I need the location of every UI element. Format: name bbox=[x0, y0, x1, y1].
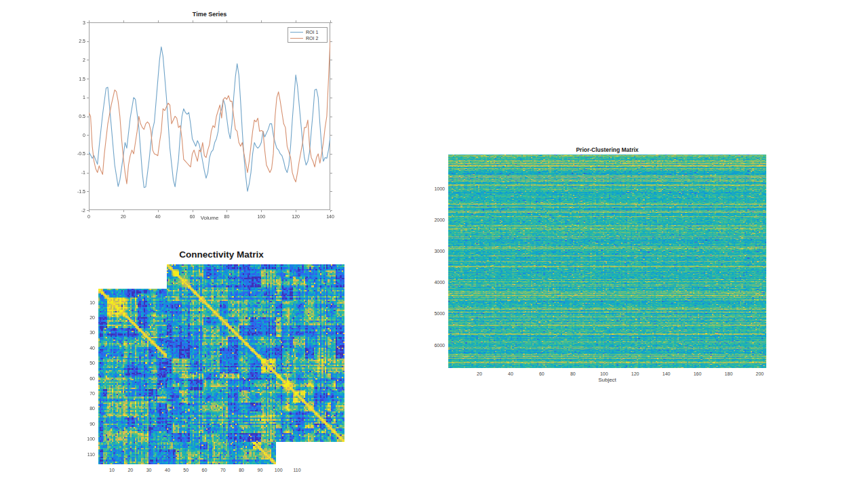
y-tick-label: 110 bbox=[68, 451, 95, 458]
x-tick-label: 60 bbox=[528, 371, 555, 377]
prior-clustering-xlabel: Subject bbox=[448, 377, 766, 383]
y-tick-label: 90 bbox=[68, 421, 95, 427]
legend-label-roi1: ROI 1 bbox=[306, 30, 318, 35]
y-tick-label: 50 bbox=[68, 360, 95, 366]
connectivity-title: Connectivity Matrix bbox=[98, 249, 344, 260]
y-tick-label: 0 bbox=[58, 132, 85, 138]
y-tick-label: 1 bbox=[58, 94, 85, 100]
legend-label-roi2: ROI 2 bbox=[306, 36, 318, 41]
legend-item-roi1: ROI 1 bbox=[290, 29, 325, 35]
x-tick-label: 40 bbox=[497, 371, 524, 377]
y-tick-label: 100 bbox=[68, 436, 95, 442]
y-tick-label: 0.5 bbox=[58, 113, 85, 119]
x-tick-label: 20 bbox=[466, 371, 493, 377]
x-tick-label: 120 bbox=[622, 371, 649, 377]
y-tick-label: -0.5 bbox=[58, 150, 85, 157]
y-tick-label: 4000 bbox=[418, 279, 445, 285]
y-tick-label: 40 bbox=[68, 345, 95, 351]
y-tick-label: -1 bbox=[58, 169, 85, 176]
y-tick-label: 5000 bbox=[418, 310, 445, 317]
y-tick-label: 2.5 bbox=[58, 38, 85, 44]
y-tick-label: 2 bbox=[58, 57, 85, 63]
y-tick-label: -2 bbox=[58, 207, 85, 214]
time-series-xlabel: Volume bbox=[89, 215, 330, 221]
y-tick-label: 20 bbox=[68, 314, 95, 321]
x-tick-label: 180 bbox=[715, 371, 742, 377]
y-tick-label: 30 bbox=[68, 329, 95, 336]
legend-item-roi2: ROI 2 bbox=[290, 35, 325, 41]
y-tick-label: 1000 bbox=[418, 186, 445, 192]
y-tick-label: 10 bbox=[68, 300, 95, 306]
roi2-line-swatch bbox=[290, 38, 303, 39]
y-tick-label: 70 bbox=[68, 390, 95, 396]
figure-page: Time Series 32.521.510.50-0.5-1-1.5-2 02… bbox=[0, 0, 868, 488]
x-tick-label: 100 bbox=[591, 371, 618, 377]
y-tick-label: 80 bbox=[68, 405, 95, 411]
x-tick-label: 160 bbox=[684, 371, 711, 377]
y-tick-label: 1.5 bbox=[58, 76, 85, 82]
x-tick-label: 140 bbox=[653, 371, 680, 377]
x-tick-label: 200 bbox=[746, 371, 773, 377]
x-tick-label: 110 bbox=[283, 467, 311, 473]
connectivity-front-matrix bbox=[167, 264, 344, 442]
y-tick-label: 3000 bbox=[418, 248, 445, 254]
roi1-line-swatch bbox=[290, 32, 303, 33]
y-tick-label: 6000 bbox=[418, 342, 445, 348]
y-tick-label: 60 bbox=[68, 375, 95, 382]
x-tick-label: 80 bbox=[559, 371, 587, 377]
y-tick-label: -1.5 bbox=[58, 188, 85, 195]
y-tick-label: 2000 bbox=[418, 217, 445, 223]
prior-clustering-title: Prior-Clustering Matrix bbox=[448, 146, 766, 153]
time-series-plot bbox=[83, 17, 336, 218]
legend-box: ROI 1 ROI 2 bbox=[288, 27, 328, 43]
prior-clustering-matrix bbox=[448, 155, 766, 368]
y-tick-label: 3 bbox=[58, 20, 85, 26]
